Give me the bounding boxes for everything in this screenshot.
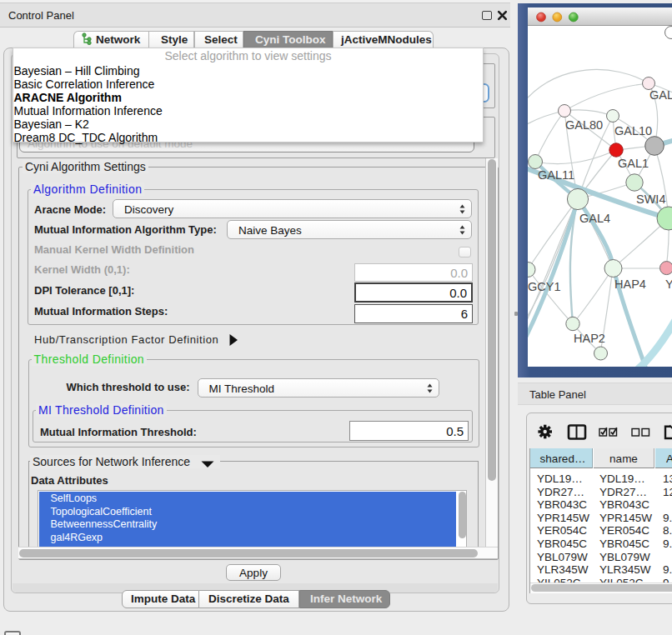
svg-text:GAL1: GAL1 [618,157,649,170]
svg-text:HAP4: HAP4 [614,278,646,291]
svg-text:GAL: GAL [649,88,672,102]
svg-text:HAP2: HAP2 [574,332,605,345]
svg-text:GCY1: GCY1 [528,280,561,293]
svg-text:Y: Y [665,278,672,291]
svg-text:SWI4: SWI4 [636,192,665,206]
svg-text:GAL80: GAL80 [565,118,603,132]
svg-text:GAL11: GAL11 [538,168,574,182]
svg-text:GAL4: GAL4 [579,212,610,225]
svg-text:GAL10: GAL10 [614,124,652,138]
